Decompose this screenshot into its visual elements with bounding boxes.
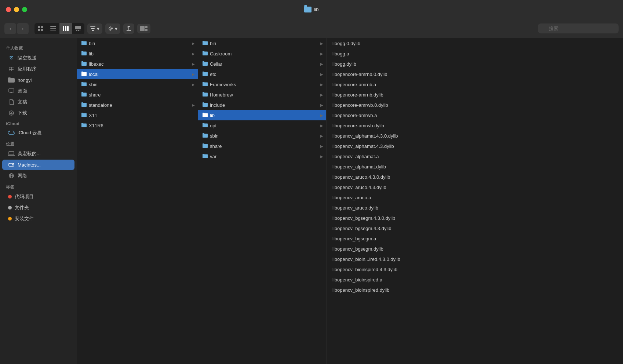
- file-item-name: libopencore-amrwb.a: [331, 113, 620, 118]
- file-item[interactable]: libopencv_alphamat.dylib: [327, 161, 623, 172]
- sidebar-item-airdrop[interactable]: 隔空投送: [2, 53, 74, 63]
- settings-button[interactable]: ▾: [105, 23, 120, 34]
- file-item[interactable]: lib▶: [77, 48, 198, 59]
- sidebar-item-label: 安装文件: [15, 215, 34, 222]
- file-item-arrow-icon: ▶: [320, 124, 323, 128]
- file-item[interactable]: X11R6: [77, 120, 198, 131]
- file-item[interactable]: Homebrew▶: [198, 90, 326, 100]
- file-item[interactable]: libopencv_alphamat.4.3.dylib: [327, 141, 623, 151]
- file-item[interactable]: libopencv_aruco.dylib: [327, 203, 623, 213]
- file-item-name: Caskroom: [210, 51, 319, 57]
- file-item[interactable]: libopencv_bgsegm.4.3.0.dylib: [327, 213, 623, 223]
- file-item[interactable]: libopencore-amrnb.dylib: [327, 90, 623, 100]
- file-item[interactable]: libopencv_bgsegm.dylib: [327, 244, 623, 254]
- file-item[interactable]: libogg.0.dylib: [327, 38, 623, 48]
- file-item[interactable]: libopencv_bioinspired.4.3.dylib: [327, 264, 623, 274]
- search-input[interactable]: [538, 23, 619, 33]
- file-item-name: libopencv_alphamat.4.3.0.dylib: [331, 133, 620, 139]
- maximize-button[interactable]: [22, 7, 27, 12]
- file-item[interactable]: lib▶: [198, 110, 326, 120]
- arrange-button[interactable]: ▾: [87, 23, 102, 34]
- file-item-name: libogg.dylib: [331, 61, 620, 67]
- close-button[interactable]: [6, 7, 11, 12]
- forward-button[interactable]: ›: [17, 23, 29, 34]
- file-item-arrow-icon: ▶: [192, 83, 195, 87]
- file-item[interactable]: Cellar▶: [198, 59, 326, 69]
- file-item[interactable]: sbin▶: [77, 79, 198, 90]
- sidebar-item-label: Macintos...: [18, 162, 41, 168]
- file-item[interactable]: etc▶: [198, 69, 326, 79]
- file-item[interactable]: standalone▶: [77, 100, 198, 110]
- file-item[interactable]: bin▶: [198, 38, 326, 48]
- file-item[interactable]: share: [77, 90, 198, 100]
- sidebar-item-folder-tag[interactable]: 文件夹: [2, 203, 74, 213]
- back-button[interactable]: ‹: [4, 23, 16, 34]
- file-item[interactable]: libopencore-amrwb.0.dylib: [327, 100, 623, 110]
- file-item[interactable]: libopencv_bioinspired.dylib: [327, 285, 623, 295]
- file-item-name: libogg.0.dylib: [331, 41, 620, 46]
- file-item[interactable]: libopencv_bgsegm.4.3.dylib: [327, 223, 623, 233]
- view-gallery-button[interactable]: [72, 23, 84, 34]
- upload-button[interactable]: [123, 23, 134, 34]
- view-column-button[interactable]: [59, 23, 72, 34]
- main-area: 个人收藏 隔空投送 应用程序: [0, 38, 623, 364]
- sidebar-item-label: 文件夹: [15, 204, 29, 211]
- file-item[interactable]: libopencore-amrwb.a: [327, 110, 623, 120]
- code-tag-dot: [8, 195, 12, 199]
- sidebar-item-apps[interactable]: 应用程序: [2, 64, 74, 74]
- file-item[interactable]: libopencore-amrnb.a: [327, 79, 623, 90]
- file-item-folder-icon: [203, 102, 208, 108]
- file-item[interactable]: libopencv_alphamat.a: [327, 151, 623, 161]
- file-item-arrow-icon: ▶: [192, 72, 195, 76]
- file-item[interactable]: libopencv_aruco.4.3.0.dylib: [327, 172, 623, 182]
- sidebar-item-docs[interactable]: 文稿: [2, 97, 74, 107]
- file-item[interactable]: bin▶: [77, 38, 198, 48]
- file-item-arrow-icon: ▶: [320, 83, 323, 87]
- sidebar-item-downloads[interactable]: 下载: [2, 108, 74, 118]
- view-icon-button[interactable]: [34, 23, 47, 34]
- file-item[interactable]: libopencv_aruco.4.3.dylib: [327, 182, 623, 192]
- file-item[interactable]: libopencv_bgsegm.a: [327, 233, 623, 244]
- sidebar-item-macos[interactable]: Macintos...: [2, 160, 74, 170]
- file-item[interactable]: libopencv_bioin...ired.4.3.0.dylib: [327, 254, 623, 264]
- sidebar-item-hongyi[interactable]: hongyi: [2, 75, 74, 85]
- file-item[interactable]: include▶: [198, 100, 326, 110]
- sidebar-item-code[interactable]: 代码项目: [2, 192, 74, 202]
- file-item[interactable]: X11: [77, 110, 198, 120]
- file-item-name: standalone: [89, 102, 190, 108]
- file-item-name: libopencv_bioinspired.4.3.dylib: [331, 267, 620, 272]
- sidebar-item-laptop[interactable]: 吴宏毅的...: [2, 149, 74, 159]
- file-column-1: bin▶lib▶libexec▶local▶sbin▶sharestandalo…: [77, 38, 198, 364]
- file-item[interactable]: share▶: [198, 141, 326, 151]
- sidebar-item-network[interactable]: 网络: [2, 171, 74, 181]
- folder-tag-dot: [8, 206, 12, 210]
- file-item[interactable]: libopencv_alphamat.4.3.0.dylib: [327, 131, 623, 141]
- svg-rect-16: [92, 30, 94, 31]
- file-item[interactable]: libexec▶: [77, 59, 198, 69]
- file-item[interactable]: sbin▶: [198, 131, 326, 141]
- svg-point-32: [12, 164, 13, 165]
- svg-rect-26: [9, 89, 14, 92]
- file-item[interactable]: Frameworks▶: [198, 79, 326, 90]
- file-item[interactable]: var▶: [198, 151, 326, 161]
- file-item[interactable]: Caskroom▶: [198, 48, 326, 59]
- file-item[interactable]: libopencore-amrwb.dylib: [327, 120, 623, 131]
- file-item[interactable]: libogg.a: [327, 48, 623, 59]
- file-item[interactable]: opt▶: [198, 120, 326, 131]
- file-item[interactable]: local▶: [77, 69, 198, 79]
- file-item-arrow-icon: ▶: [320, 62, 323, 66]
- file-item-name: Homebrew: [210, 92, 319, 98]
- minimize-button[interactable]: [14, 7, 19, 12]
- preview-button[interactable]: [137, 24, 150, 33]
- sidebar-item-icloud[interactable]: iCloud 云盘: [2, 128, 74, 138]
- sidebar-item-desktop[interactable]: 桌面: [2, 86, 74, 96]
- file-item[interactable]: libopencore-amrnb.0.dylib: [327, 69, 623, 79]
- folder-icon: [8, 77, 15, 83]
- file-item-name: libexec: [89, 61, 190, 67]
- sidebar-item-install[interactable]: 安装文件: [2, 214, 74, 224]
- view-list-button[interactable]: [47, 23, 59, 34]
- file-item[interactable]: libogg.dylib: [327, 59, 623, 69]
- file-item[interactable]: libopencv_bioinspired.a: [327, 274, 623, 285]
- file-item[interactable]: libopencv_aruco.a: [327, 192, 623, 203]
- sidebar-item-label: 应用程序: [18, 66, 37, 72]
